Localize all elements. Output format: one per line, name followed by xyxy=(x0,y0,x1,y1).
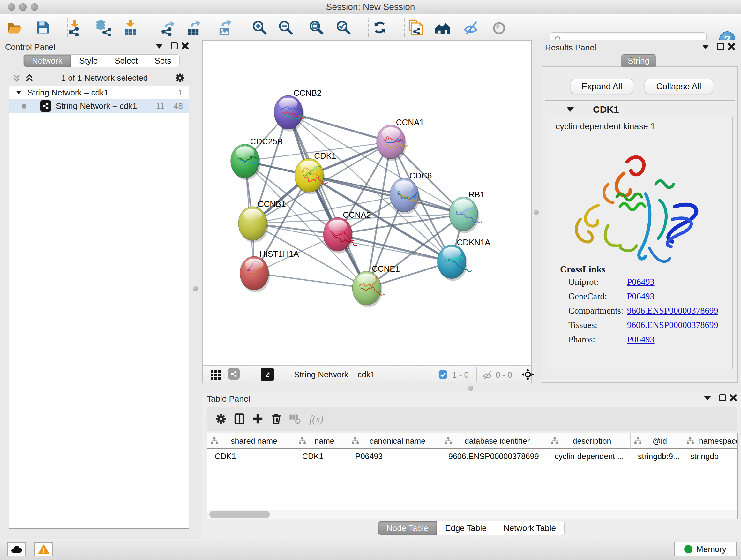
warning-button[interactable] xyxy=(35,542,53,557)
panel-close-icon[interactable] xyxy=(181,42,189,50)
node-table[interactable]: shared namenamecanonical namedatabase id… xyxy=(207,433,738,519)
control-panel-title: Control Panel xyxy=(5,42,56,52)
memory-label: Memory xyxy=(696,544,726,554)
collapse-all-button[interactable]: Collapse All xyxy=(645,79,713,94)
panel-close-icon[interactable] xyxy=(730,394,737,401)
refresh-button[interactable] xyxy=(370,18,389,37)
selected-checkbox-icon[interactable] xyxy=(438,370,448,379)
tab-select[interactable]: Select xyxy=(106,54,146,67)
expand-all-icon[interactable] xyxy=(24,72,35,83)
tab-network-table[interactable]: Network Table xyxy=(495,521,564,535)
zoom-selected-button[interactable] xyxy=(334,18,353,37)
section-collapse-icon[interactable] xyxy=(567,107,574,112)
panel-menu-icon[interactable] xyxy=(704,396,711,400)
expand-all-button[interactable]: Expand All xyxy=(570,79,633,94)
crosslink-link[interactable]: P06493 xyxy=(627,334,655,345)
left-splitter-handle[interactable] xyxy=(193,286,198,291)
column-header-description[interactable]: description xyxy=(547,433,630,449)
node-CCNB1[interactable]: CCNB1 xyxy=(239,199,286,243)
crosslink-link[interactable]: P06493 xyxy=(627,291,655,301)
crosslink-link[interactable]: P06493 xyxy=(627,277,655,287)
collapse-all-icon[interactable] xyxy=(11,72,22,83)
node-CDC6[interactable]: CDC6 xyxy=(390,171,432,214)
show-details-button[interactable] xyxy=(490,18,509,37)
panel-float-icon[interactable] xyxy=(171,43,178,50)
panel-menu-icon[interactable] xyxy=(156,44,163,49)
tab-network[interactable]: Network xyxy=(23,54,71,67)
grid-view-icon[interactable] xyxy=(210,369,221,380)
save-session-button[interactable] xyxy=(33,18,52,37)
open-in-new-window-icon[interactable] xyxy=(261,368,274,381)
node-CCNB2[interactable]: CCNB2 xyxy=(274,88,322,132)
crosslink-label: Tissues: xyxy=(568,320,597,330)
duplicate-network-icon xyxy=(407,19,423,36)
collection-label: String Network – cdk1 xyxy=(27,88,109,98)
crosslink-link[interactable]: 9606.ENSP00000378699 xyxy=(627,320,718,330)
column-header-databaseidentifier[interactable]: database identifier xyxy=(441,433,547,449)
collection-count: 1 xyxy=(179,88,183,98)
tree-collapse-icon[interactable] xyxy=(16,91,22,94)
table-cell[interactable]: CDK1 xyxy=(207,449,294,463)
tab-string[interactable]: String xyxy=(621,54,656,67)
panel-close-icon[interactable] xyxy=(728,43,735,51)
table-gear-icon[interactable] xyxy=(212,411,230,427)
column-header-name[interactable]: name xyxy=(294,433,347,449)
open-file-button[interactable] xyxy=(5,18,23,37)
node-HIST1H1A[interactable]: HIST1H1A xyxy=(240,249,299,293)
zoom-in-button[interactable] xyxy=(250,18,269,37)
table-cell[interactable]: P06493 xyxy=(347,449,441,463)
delete-column-icon[interactable] xyxy=(267,411,286,427)
panel-float-icon[interactable] xyxy=(719,394,726,401)
export-network-button[interactable] xyxy=(158,18,177,37)
add-column-icon[interactable] xyxy=(249,411,267,427)
delete-table-icon xyxy=(286,411,304,427)
column-header-namespace[interactable]: namespace xyxy=(683,433,738,449)
duplicate-network-button[interactable] xyxy=(406,18,424,37)
hide-details-button[interactable] xyxy=(461,18,480,37)
tab-style[interactable]: Style xyxy=(71,54,106,67)
import-table-button[interactable] xyxy=(122,18,140,37)
right-splitter-handle[interactable] xyxy=(534,210,539,215)
tab-sets[interactable]: Sets xyxy=(146,54,180,67)
node-CDC25B[interactable]: CDC25B xyxy=(231,137,283,180)
panel-float-icon[interactable] xyxy=(717,43,724,50)
table-cell[interactable]: 9606.ENSP00000378699 xyxy=(441,449,547,463)
column-header-sharedname[interactable]: shared name xyxy=(207,433,294,449)
tab-node-table[interactable]: Node Table xyxy=(378,521,437,535)
network-view-icon[interactable] xyxy=(228,368,240,380)
column-header-id[interactable]: @id xyxy=(630,433,683,449)
cloud-button[interactable] xyxy=(7,542,25,557)
home-button[interactable] xyxy=(433,18,452,37)
network-graph[interactable]: CCNB2CCNA1CDC25BCDK1CDC6RB1CCNB1CCNA2CDK… xyxy=(203,41,531,365)
table-cell[interactable]: stringdb:9... xyxy=(630,449,683,463)
show-columns-icon[interactable] xyxy=(230,411,249,427)
hide-details-icon xyxy=(462,19,479,36)
zoom-fit-button[interactable] xyxy=(307,18,326,37)
column-header-canonicalname[interactable]: canonical name xyxy=(347,433,441,449)
table-cell[interactable]: CDK1 xyxy=(294,449,347,463)
horizontal-splitter-handle[interactable] xyxy=(468,386,473,391)
panel-menu-icon[interactable] xyxy=(702,45,709,49)
control-panel: Control Panel NetworkStyleSelectSets 1 o… xyxy=(0,40,199,539)
hscrollbar-thumb[interactable] xyxy=(209,511,270,518)
network-canvas[interactable]: CCNB2CCNA1CDC25BCDK1CDC6RB1CCNB1CCNA2CDK… xyxy=(202,40,532,365)
zoom-out-button[interactable] xyxy=(276,18,295,37)
memory-button[interactable]: Memory xyxy=(674,542,737,557)
node-CCNA1[interactable]: CCNA1 xyxy=(377,118,424,161)
crosslink-link[interactable]: 9606.ENSP00000378699 xyxy=(627,306,718,316)
network-row[interactable]: String Network – cdk1 11 48 xyxy=(9,99,189,113)
table-cell[interactable]: cyclin-dependent ... xyxy=(547,449,630,463)
export-table-button[interactable] xyxy=(184,18,203,37)
node-CDKN1A[interactable]: CDKN1A xyxy=(437,238,491,281)
hidden-eye-slash-icon[interactable] xyxy=(482,369,493,381)
table-hscrollbar[interactable] xyxy=(207,510,738,519)
crosslink-row: GeneCard:P06493 xyxy=(547,291,732,305)
node-RB1[interactable]: RB1 xyxy=(449,190,484,233)
table-cell[interactable]: stringdb xyxy=(683,449,738,463)
import-database-button[interactable] xyxy=(93,18,112,37)
birds-eye-view-icon[interactable] xyxy=(521,368,535,381)
gear-icon[interactable] xyxy=(174,72,186,84)
tab-edge-table[interactable]: Edge Table xyxy=(437,521,495,535)
export-image-button[interactable] xyxy=(215,18,233,37)
network-collection-row[interactable]: String Network – cdk1 1 xyxy=(9,86,189,99)
